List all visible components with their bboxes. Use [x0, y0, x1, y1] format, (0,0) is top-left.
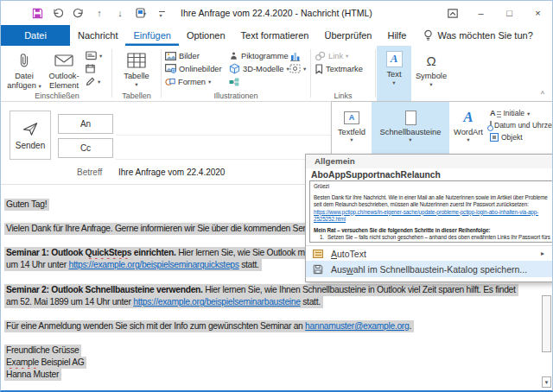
tab-ueberpruefen[interactable]: Überprüfen [316, 25, 379, 46]
group-tabellen: Tabelle ▾ Tabellen [113, 46, 160, 101]
scroll-down-icon: ▼ [544, 380, 550, 385]
selected-text: Hanna Muster [4, 369, 61, 381]
title-bar: ↑ ↓ ▾ ▾ Ihre Anfrage vom 22.4.2020 - Nac… [1, 1, 552, 25]
chevron-down-icon: ▾ [98, 79, 100, 85]
omega-icon: Ω [426, 54, 435, 68]
menu-item-save-selection[interactable]: Auswahl im Schnellbaustein-Katalog speic… [306, 261, 552, 277]
ribbon-display-icon [448, 9, 458, 18]
attach-file-button[interactable]: Datei anfügen ▾ [6, 47, 42, 90]
text-a-icon: A [386, 51, 403, 67]
signature-button[interactable]: ▾ [86, 76, 108, 87]
group-label-einschliessen: Einschließen [3, 92, 111, 100]
tab-hilfe[interactable]: Hilfe [379, 25, 414, 46]
close-button[interactable]: × [524, 1, 552, 25]
ribbon-display-options-button[interactable] [438, 1, 467, 25]
text-group-panel: A Textfeld ▾ Schnellbausteine ▾ A WordAr… [331, 101, 553, 158]
save-button[interactable] [29, 3, 46, 22]
seminar2-link[interactable]: https://example.org/beispielseminarbaust… [133, 297, 300, 307]
smartart-button[interactable] [229, 76, 289, 87]
redo-button[interactable] [70, 3, 87, 22]
minimize-button[interactable]: – [467, 1, 495, 25]
send-button[interactable]: Senden [10, 111, 51, 160]
selected-text: Example Beispiel AG [4, 357, 86, 369]
3d-models-button[interactable]: 3D-Modelle▾ [229, 63, 289, 74]
business-card-icon [86, 51, 97, 60]
group-label-illustrationen: Illustrationen [162, 92, 309, 100]
online-pictures-button[interactable]: Onlinebilder [165, 63, 229, 74]
calendar-button[interactable] [86, 63, 108, 74]
maximize-button[interactable]: □ [495, 1, 524, 25]
subject-label: Betreff [77, 168, 102, 177]
scroll-down-button[interactable]: ▼ [542, 376, 551, 388]
tab-optionen[interactable]: Optionen [179, 25, 233, 46]
gallery-entry[interactable]: AboAppSupportnachRelaunch Grüezi Besten … [306, 168, 552, 243]
to-button[interactable]: An [58, 114, 113, 134]
symbols-button[interactable]: Ω Symbole ▾ [411, 46, 451, 101]
screenshot-button[interactable]: ▾ [289, 63, 307, 74]
chevron-down-icon: ▾ [346, 53, 348, 59]
quick-parts-button[interactable]: Schnellbausteine ▾ [372, 102, 449, 157]
body-line: Freundliche Grüsse [4, 345, 81, 355]
tab-datei[interactable]: Datei [1, 25, 70, 46]
group-divider [375, 49, 376, 98]
gallery-section-header: Allgemein [306, 155, 552, 168]
scrollbar-thumb[interactable] [542, 295, 551, 352]
body-line: um 14 Uhr unter https://example.org/beis… [4, 260, 262, 269]
table-icon [127, 53, 146, 68]
undo-button[interactable] [49, 3, 67, 22]
menu-item-autotext[interactable]: AutoText ▸ [306, 246, 552, 261]
selected-text: Seminar 1: Outlook QuickSteps einrichten… [4, 247, 308, 259]
gallery-entry-preview: Grüezi Besten Dank für Ihre Nachricht. W… [309, 180, 553, 243]
body-line: Hanna Muster [4, 370, 61, 379]
email-link[interactable]: hannamuster@example.org [305, 321, 409, 331]
selected-text: um 14 Uhr unter https://example.org/beis… [4, 259, 262, 271]
icons-button[interactable]: Piktogramme [229, 50, 289, 61]
cc-button[interactable]: Cc [58, 138, 113, 158]
send-plane-icon [21, 121, 40, 137]
table-button[interactable]: Tabelle ▾ [115, 47, 158, 90]
chevron-down-icon: ▾ [38, 83, 41, 89]
gallery-entry-title: AboAppSupportnachRelaunch [306, 168, 552, 180]
touch-mode-button[interactable]: ▾ [132, 3, 149, 22]
calendar-icon [86, 64, 95, 73]
collapse-ribbon-button[interactable]: ^ [541, 90, 544, 98]
pictures-button[interactable]: Bilder [165, 50, 229, 61]
chevron-down-icon: ▾ [429, 81, 432, 87]
body-line: Seminar 1: Outlook QuickSteps einrichten… [4, 248, 308, 257]
bookmark-button[interactable]: Textmarke [315, 63, 372, 74]
business-card-button[interactable]: ▾ [86, 50, 108, 61]
body-line: am 52. Mai 1899 um 14 Uhr unter https://… [4, 297, 323, 307]
body-line: Für eine Anmeldung wenden Sie sich mit d… [4, 321, 414, 331]
text-group-button[interactable]: A Text ▾ [377, 46, 411, 101]
wordart-icon: A [463, 109, 473, 126]
tab-einfuegen[interactable]: Einfügen [125, 25, 178, 46]
redo-icon [73, 8, 85, 19]
tell-me-box[interactable]: Was möchten Sie tun? [423, 25, 533, 46]
online-picture-icon [165, 64, 176, 73]
outlook-item-button[interactable]: Outlook- Element [42, 47, 86, 90]
selected-text: Freundliche Grüsse [4, 345, 81, 357]
previous-item-button[interactable]: ↑ [91, 3, 108, 22]
next-item-button[interactable]: ↓ [111, 3, 129, 22]
paperclip-icon [16, 51, 32, 71]
window-controls: – □ × [438, 1, 552, 25]
shapes-button[interactable]: Formen▾ [165, 76, 229, 87]
chevron-down-icon: ▾ [527, 111, 530, 117]
group-divider [310, 49, 311, 98]
tab-nachricht[interactable]: Nachricht [70, 25, 125, 46]
quick-access-toolbar: ↑ ↓ ▾ ▾ [1, 3, 170, 22]
tab-text-formatieren[interactable]: Text formatieren [233, 25, 317, 46]
date-time-button[interactable]: Datum und Uhrzeit [490, 121, 552, 130]
textbox-button[interactable]: A Textfeld ▾ [332, 102, 372, 157]
customize-qat-button[interactable]: ▾ [153, 3, 170, 22]
save-icon [32, 8, 43, 19]
object-button[interactable]: Objekt [490, 133, 552, 142]
body-line: Guten Tag! [4, 199, 49, 209]
link-button[interactable]: Link▾ [315, 50, 372, 61]
seminar1-link[interactable]: https://example.org/beispielseminarquick… [68, 260, 238, 269]
chart-button[interactable] [289, 50, 307, 61]
subject-value[interactable]: Ihre Anfrage vom 22.4.2020 [118, 168, 225, 177]
dropcap-button[interactable]: AInitiale▾ [490, 109, 552, 117]
wordart-button[interactable]: A WordArt ▾ [449, 102, 487, 157]
chevron-down-icon: ▾ [135, 81, 137, 87]
